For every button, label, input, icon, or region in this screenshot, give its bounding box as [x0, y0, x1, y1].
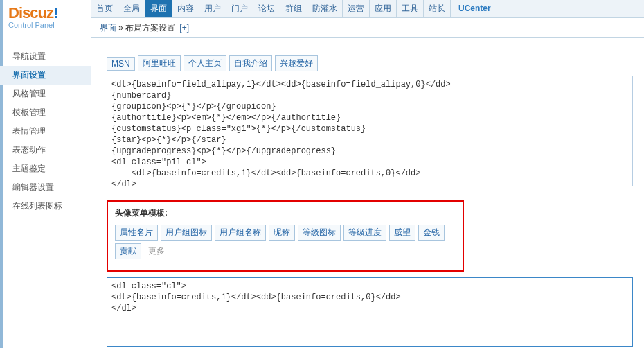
topnav-item-5[interactable]: 门户: [226, 0, 253, 17]
topnav-item-6[interactable]: 论坛: [253, 0, 280, 17]
topnav-item-0[interactable]: 首页: [91, 0, 118, 17]
breadcrumb-current: 布局方案设置: [125, 23, 175, 33]
breadcrumb-sep: »: [116, 23, 125, 33]
logo-bang: !: [53, 4, 57, 21]
sidebar-item-2[interactable]: 风格管理: [0, 85, 91, 103]
tag-row-1: MSN阿里旺旺个人主页自我介绍兴趣爱好: [107, 55, 636, 71]
topnav-item-4[interactable]: 用户: [199, 0, 226, 17]
topnav-item-2[interactable]: 界面: [145, 0, 172, 17]
topnav-item-7[interactable]: 群组: [280, 0, 307, 17]
topnav-item-1[interactable]: 全局: [118, 0, 145, 17]
tag-row-2: 属性名片用户组图标用户组名称昵称等级图标等级进度威望金钱贡献更多: [115, 225, 456, 259]
sidebar: 导航设置界面设置风格管理模板管理表情管理表态动作主题鉴定编辑器设置在线列表图标: [0, 42, 91, 348]
topnav-item-8[interactable]: 防灌水: [307, 0, 343, 17]
breadcrumb-root[interactable]: 界面: [100, 23, 116, 33]
tag1-4[interactable]: 兴趣爱好: [275, 55, 318, 71]
main-content: MSN阿里旺旺个人主页自我介绍兴趣爱好 <dt>{baseinfo=field_…: [91, 39, 644, 348]
template-code-2[interactable]: <dl class="cl"> <dt>{baseinfo=credits,1}…: [107, 277, 633, 347]
tag1-0[interactable]: MSN: [107, 57, 135, 71]
top-nav: 首页全局界面内容用户门户论坛群组防灌水运营应用工具站长UCenter: [91, 0, 644, 18]
topnav-item-10[interactable]: 应用: [370, 0, 397, 17]
tag2-5[interactable]: 等级进度: [343, 225, 386, 241]
sidebar-item-7[interactable]: 编辑器设置: [0, 178, 91, 197]
avatar-menu-label: 头像菜单模板:: [115, 207, 456, 219]
tag2-6[interactable]: 威望: [389, 225, 415, 241]
avatar-menu-section: 头像菜单模板: 属性名片用户组图标用户组名称昵称等级图标等级进度威望金钱贡献更多: [107, 200, 464, 272]
breadcrumb: 界面 » 布局方案设置[+]: [91, 18, 644, 38]
topnav-item-12[interactable]: 站长: [424, 0, 451, 17]
logo-subtitle: Control Panel: [8, 21, 83, 29]
sidebar-item-4[interactable]: 表情管理: [0, 122, 91, 141]
sidebar-item-1[interactable]: 界面设置: [0, 66, 91, 85]
tag2-1[interactable]: 用户组图标: [161, 225, 212, 241]
breadcrumb-plus[interactable]: [+]: [179, 23, 189, 33]
topnav-item-11[interactable]: 工具: [397, 0, 424, 17]
topnav-item-13[interactable]: UCenter: [454, 0, 496, 17]
tag2-3[interactable]: 昵称: [269, 225, 295, 241]
logo-text: Discuz: [8, 4, 53, 21]
tag1-3[interactable]: 自我介绍: [229, 55, 272, 71]
more-tags[interactable]: 更多: [144, 244, 169, 259]
tag1-2[interactable]: 个人主页: [184, 55, 226, 71]
sidebar-item-8[interactable]: 在线列表图标: [0, 197, 91, 216]
sidebar-item-5[interactable]: 表态动作: [0, 141, 91, 159]
tag2-0[interactable]: 属性名片: [115, 225, 158, 241]
template-code-1[interactable]: <dt>{baseinfo=field_alipay,1}</dt><dd>{b…: [107, 76, 633, 186]
tag2-4[interactable]: 等级图标: [298, 225, 341, 241]
topnav-item-3[interactable]: 内容: [172, 0, 199, 17]
sidebar-item-3[interactable]: 模板管理: [0, 103, 91, 122]
tag2-2[interactable]: 用户组名称: [215, 225, 266, 241]
tag2-7[interactable]: 金钱: [418, 225, 445, 241]
logo-area: Discuz! Control Panel: [0, 0, 91, 36]
sidebar-item-6[interactable]: 主题鉴定: [0, 159, 91, 178]
logo: Discuz!: [8, 4, 83, 22]
tag1-1[interactable]: 阿里旺旺: [138, 55, 181, 71]
topnav-item-9[interactable]: 运营: [343, 0, 370, 17]
tag2-8[interactable]: 贡献: [115, 243, 141, 259]
sidebar-item-0[interactable]: 导航设置: [0, 47, 91, 66]
